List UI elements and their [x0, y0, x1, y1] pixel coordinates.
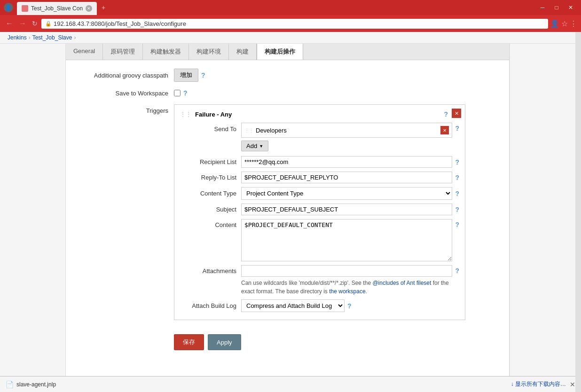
- recipient-input[interactable]: [241, 156, 452, 168]
- triggers-label: Triggers: [66, 104, 174, 114]
- back-btn[interactable]: ←: [4, 19, 15, 28]
- breadcrumb-sep2: ›: [74, 34, 76, 41]
- reply-to-input[interactable]: [241, 172, 452, 183]
- download-item: 📄 slave-agent.jnlp: [6, 381, 56, 388]
- workspace-link[interactable]: the workspace: [329, 288, 365, 295]
- content-help-icon[interactable]: ?: [455, 219, 459, 228]
- breadcrumb-jenkins[interactable]: Jenkins: [8, 34, 27, 41]
- classpath-label: Additional groovy classpath: [66, 72, 174, 79]
- attachments-help-icon[interactable]: ?: [455, 265, 459, 274]
- content-textarea[interactable]: $PROJECT_DEFAULT_CONTENT: [241, 219, 452, 261]
- url-display[interactable]: 192.168.43.7:8080/job/Test_Job_Slave/con…: [54, 20, 186, 27]
- classpath-help-icon[interactable]: ?: [201, 71, 205, 79]
- minimize-btn[interactable]: ─: [536, 2, 549, 13]
- content-type-select[interactable]: Project Content Type Default Content Typ…: [241, 187, 452, 200]
- attachments-input[interactable]: [241, 265, 452, 277]
- reply-to-help-icon[interactable]: ?: [455, 174, 459, 181]
- tab-source[interactable]: 原码管理: [103, 44, 143, 60]
- recipient-label: Recipient List: [180, 158, 241, 165]
- developer-tag: Developers: [256, 127, 287, 134]
- add-btn-label[interactable]: Add: [246, 142, 257, 149]
- failure-help-icon[interactable]: ?: [444, 110, 448, 118]
- save-btn[interactable]: 保存: [174, 334, 204, 350]
- menu-btn[interactable]: ⋮: [570, 19, 577, 28]
- failure-title: Failure - Any: [195, 111, 444, 118]
- attachments-hint: Can use wildcards like 'module/dist/**/*…: [241, 279, 452, 296]
- content-type-help-icon[interactable]: ?: [455, 190, 459, 197]
- breadcrumb-job[interactable]: Test_Job_Slave: [32, 34, 72, 41]
- save-workspace-label: Save to Workspace: [66, 90, 174, 97]
- attachments-label: Attachments: [180, 265, 241, 274]
- ant-fileset-link[interactable]: @includes of Ant fileset: [372, 280, 431, 286]
- favicon: [22, 5, 28, 12]
- tab-build[interactable]: 构建: [229, 44, 257, 60]
- new-tab-btn[interactable]: +: [99, 4, 108, 11]
- classpath-add-btn[interactable]: 增加: [174, 69, 198, 82]
- tab-general[interactable]: General: [66, 44, 103, 60]
- save-workspace-checkbox[interactable]: [174, 90, 181, 96]
- failure-drag-handle: ⋮⋮: [180, 111, 191, 118]
- subject-label: Subject: [180, 206, 241, 213]
- failure-close-btn[interactable]: ✕: [452, 109, 461, 118]
- attach-build-log-select[interactable]: Do Not Attach Build Log Attach Build Log…: [241, 299, 345, 312]
- subject-input[interactable]: [241, 204, 452, 215]
- recipient-help-icon[interactable]: ?: [455, 158, 459, 166]
- content-label: Content: [180, 219, 241, 228]
- send-to-label: Send To: [180, 123, 241, 133]
- breadcrumb-sep1: ›: [29, 34, 31, 41]
- close-btn[interactable]: ✕: [564, 2, 577, 13]
- tab-close-btn[interactable]: ✕: [86, 5, 92, 12]
- tab-triggers[interactable]: 构建触发器: [143, 44, 189, 60]
- bookmark-btn[interactable]: ☆: [561, 19, 568, 28]
- tab-title: Test_Job_Slave Con: [31, 5, 83, 12]
- breadcrumb-right-border: [575, 32, 581, 392]
- download-file-icon: 📄: [6, 381, 14, 388]
- forward-btn[interactable]: →: [17, 19, 28, 28]
- apply-btn[interactable]: Apply: [208, 334, 241, 350]
- refresh-btn[interactable]: ↻: [30, 20, 39, 27]
- show-all-downloads-link[interactable]: ↓ 显示所有下载内容…: [511, 380, 566, 388]
- send-to-help-icon[interactable]: ?: [455, 123, 459, 132]
- classpath-row: Additional groovy classpath 增加 ?: [66, 66, 509, 85]
- add-dropdown-icon: ▼: [259, 144, 263, 149]
- profile-menu-btn[interactable]: 👤: [550, 19, 559, 28]
- profile-icon: 👤: [4, 3, 13, 12]
- download-filename: slave-agent.jnlp: [16, 381, 56, 388]
- content-type-label: Content Type: [180, 190, 241, 197]
- attach-build-log-help-icon[interactable]: ?: [347, 302, 352, 310]
- tab-post-build[interactable]: 构建后操作: [257, 44, 303, 60]
- subject-help-icon[interactable]: ?: [455, 206, 459, 213]
- triggers-row: Triggers ⋮⋮ Failure - Any ✕ ?: [66, 102, 509, 327]
- save-workspace-row: Save to Workspace ?: [66, 86, 509, 100]
- attach-build-log-label: Attach Build Log: [180, 302, 241, 309]
- reply-to-label: Reply-To List: [180, 174, 241, 181]
- save-workspace-help-icon[interactable]: ?: [183, 89, 188, 97]
- tab-env[interactable]: 构建环境: [189, 44, 229, 60]
- lock-icon: 🔒: [45, 21, 52, 27]
- maximize-btn[interactable]: □: [550, 2, 563, 13]
- developer-remove-btn[interactable]: ✕: [440, 126, 449, 134]
- developer-drag-handle: ⋮⋮: [244, 128, 254, 133]
- close-downloads-btn[interactable]: ✕: [570, 381, 575, 388]
